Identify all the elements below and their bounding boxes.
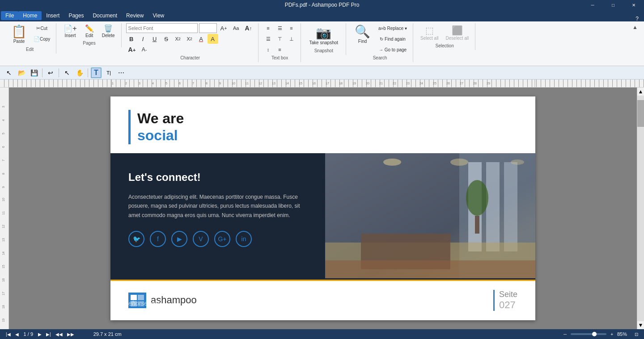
save-tool[interactable]: 💾: [29, 67, 39, 78]
zoom-in-button[interactable]: +: [609, 331, 614, 337]
delete-button[interactable]: 🗑️ Delete: [99, 23, 118, 40]
svg-rect-61: [325, 260, 535, 278]
find-again-button[interactable]: ↻ Find again: [376, 34, 409, 44]
minimize-button[interactable]: ─: [582, 0, 603, 10]
find-button[interactable]: 🔍 Find: [351, 23, 374, 46]
svg-rect-53: [504, 162, 517, 251]
shrink-font-button[interactable]: A-: [139, 45, 150, 54]
zoom-slider[interactable]: [571, 333, 606, 335]
pointer-tool[interactable]: ↖: [4, 67, 14, 78]
nav-left-button[interactable]: ◀◀: [54, 331, 64, 337]
office-photo-svg: [325, 153, 535, 278]
help-button[interactable]: ?: [636, 16, 639, 22]
zoom-out-button[interactable]: ─: [562, 331, 568, 337]
youtube-icon[interactable]: ▶: [171, 231, 187, 247]
cut-button[interactable]: ✂ Cut: [31, 23, 52, 33]
svg-rect-64: [138, 295, 144, 300]
align-top-button[interactable]: ⊤: [275, 34, 285, 44]
facebook-icon[interactable]: f: [150, 231, 166, 247]
scroll-track[interactable]: [637, 96, 644, 321]
edit-group-buttons: 📋 Paste ✂ Cut 📄 Copy: [7, 23, 52, 46]
menu-file[interactable]: File: [1, 11, 18, 20]
edit-page-button[interactable]: ✏️ Edit: [80, 23, 98, 40]
svg-point-59: [450, 159, 468, 166]
grow-font-button[interactable]: A+: [218, 23, 229, 33]
ribbon-collapse-button[interactable]: ▲: [630, 23, 640, 31]
close-button[interactable]: ✕: [623, 0, 644, 10]
copy-button[interactable]: 📄 Copy: [31, 34, 52, 44]
select-all-button[interactable]: ⬚ Select all: [418, 23, 441, 42]
ruler-horizontal: 123 456 789 101112 131415 161718 192021 …: [0, 80, 644, 88]
next-page-button[interactable]: ▶: [37, 331, 43, 337]
more-tool[interactable]: ⋯: [116, 67, 127, 78]
take-snapshot-button[interactable]: 📷 Take snapshot: [305, 23, 343, 47]
google-plus-icon[interactable]: G+: [214, 231, 230, 247]
superscript-button[interactable]: X2: [184, 34, 195, 44]
menu-home[interactable]: Home: [18, 11, 42, 20]
svg-text:16: 16: [312, 82, 316, 85]
align-middle-button[interactable]: ⊥: [286, 34, 297, 44]
search-icon: 🔍: [355, 25, 370, 38]
insert-button[interactable]: 📄+ Insert: [61, 23, 79, 40]
camera-icon: 📷: [316, 25, 331, 40]
vimeo-icon[interactable]: V: [193, 231, 209, 247]
text-edit-tool[interactable]: T|: [103, 67, 114, 78]
grow-font3-button[interactable]: A+: [126, 45, 138, 54]
font-color-button[interactable]: A: [196, 34, 207, 44]
scroll-up-button[interactable]: ▲: [637, 88, 644, 96]
fit-width-button[interactable]: ⊡: [633, 331, 640, 337]
deselect-all-button[interactable]: ⬛ Deselect all: [443, 23, 472, 42]
align-left-button[interactable]: ≡: [263, 23, 274, 33]
replace-button[interactable]: a»b Replace ▾: [376, 23, 409, 33]
right-scrollbar[interactable]: ▲ ▼: [637, 88, 644, 329]
scroll-thumb[interactable]: [637, 100, 644, 127]
scroll-down-button[interactable]: ▼: [637, 321, 644, 329]
open-tool[interactable]: 📂: [16, 67, 27, 78]
menu-document[interactable]: Document: [88, 11, 122, 20]
prev-page-button[interactable]: ◀: [14, 331, 20, 337]
svg-text:26: 26: [446, 82, 450, 85]
italic-button[interactable]: I: [138, 34, 148, 44]
cursor-tool[interactable]: ↖: [62, 67, 72, 78]
aa-button[interactable]: Aa: [231, 23, 242, 33]
underline-button[interactable]: U: [149, 34, 160, 44]
twitter-icon[interactable]: 🐦: [128, 231, 144, 247]
first-page-button[interactable]: |◀: [4, 331, 12, 337]
menu-insert[interactable]: Insert: [42, 11, 64, 20]
grow-font2-button[interactable]: A↑: [243, 23, 254, 33]
subscript-button[interactable]: X2: [173, 34, 183, 44]
align-center-button[interactable]: ☰: [275, 23, 285, 33]
align-right-button[interactable]: ≡: [286, 23, 297, 33]
font-input[interactable]: [126, 23, 198, 33]
headline-line1: We are: [137, 110, 184, 127]
svg-text:23: 23: [406, 82, 410, 85]
headline-line2: social: [137, 127, 184, 144]
svg-text:19: 19: [352, 82, 356, 85]
page-num-value: 027: [499, 299, 517, 311]
list-button[interactable]: ≡: [275, 45, 285, 54]
menu-review[interactable]: Review: [122, 11, 148, 20]
svg-text:13: 13: [2, 238, 5, 242]
justify-button[interactable]: ☰: [263, 34, 274, 44]
undo-tool[interactable]: ↩: [45, 67, 56, 78]
paste-button[interactable]: 📋 Paste: [7, 23, 31, 46]
strikethrough-button[interactable]: S: [161, 34, 172, 44]
font-size-input[interactable]: [199, 23, 217, 33]
menu-view[interactable]: View: [148, 11, 169, 20]
delete-icon: 🗑️: [104, 25, 113, 32]
ribbon: 📋 Paste ✂ Cut 📄 Copy Edit 📄+ Insert ✏️ E…: [0, 21, 644, 66]
line-spacing-button[interactable]: ↕: [263, 45, 274, 54]
hand-tool[interactable]: ✋: [74, 67, 85, 78]
last-page-button[interactable]: ▶|: [45, 331, 52, 337]
svg-text:17: 17: [2, 292, 5, 295]
linkedin-icon[interactable]: in: [236, 231, 252, 247]
highlight-button[interactable]: A: [208, 34, 218, 44]
go-to-page-button[interactable]: → Go to page: [376, 45, 409, 54]
text-tool[interactable]: T: [91, 67, 102, 78]
canvas-area[interactable]: We are social Let's connect! Aconsectetu…: [9, 88, 637, 329]
nav-right-button[interactable]: ▶▶: [66, 331, 76, 337]
bold-button[interactable]: B: [126, 34, 137, 44]
maximize-button[interactable]: □: [603, 0, 623, 10]
menu-pages[interactable]: Pages: [64, 11, 88, 20]
status-bar: |◀ ◀ 1 / 9 ▶ ▶| ◀◀ ▶▶ 29.7 x 21 cm ─ + 8…: [0, 329, 644, 339]
